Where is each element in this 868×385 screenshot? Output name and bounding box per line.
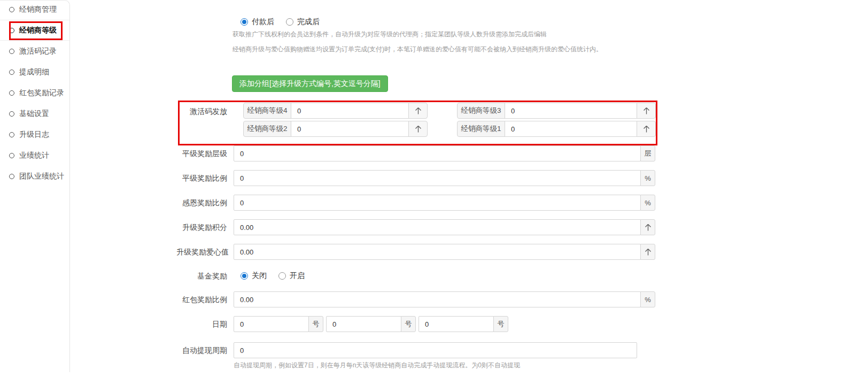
stepper-group-level1: 经销商等级1 [457,121,656,137]
radio-after-completion[interactable]: 完成后 [286,17,320,27]
help-text: 经销商升级与爱心值购物赠送均设置为订单完成(支付)时，本笔订单赠送的爱心值有可能… [232,45,602,54]
arrow-up-icon [415,125,422,133]
sidebar-item-label: 提成明细 [19,67,49,77]
peer-level-row: 平级奖励层级 层 [176,145,655,161]
field-label: 升级奖励积分 [176,219,234,235]
radio-unselected-icon [278,272,286,280]
upgrade-love-row: 升级奖励爱心值 [176,244,655,260]
help-text: 获取推广下线权利的会员达到条件，自动升级为对应等级的代理商；指定某团队等级人数升… [232,30,547,39]
withdraw-cycle-input[interactable] [234,342,637,358]
upgrade-points-row: 升级奖励积分 [176,219,655,235]
radio-circle-icon [9,7,14,12]
field-label: 感恩奖励比例 [176,195,234,211]
field-label: 日期 [176,316,234,332]
upgrade-points-input[interactable] [234,219,641,235]
radio-circle-icon [9,153,14,158]
redpacket-ratio-row: 红包奖励比例 % [176,291,655,307]
peer-level-input[interactable] [234,145,641,161]
percent-suffix: % [640,170,655,186]
sidebar-menu: 经销商管理 经销商等级 激活码记录 提成明细 红包奖励记录 基础设置 [0,0,69,187]
date-input-2[interactable] [326,316,401,332]
peer-ratio-input[interactable] [234,170,641,186]
field-label: 基金奖励 [176,269,234,283]
fund-reward-row: 基金奖励 关闭 开启 [176,269,316,283]
upgrade-love-input[interactable] [234,244,641,260]
day-suffix: 号 [493,316,508,332]
arrow-up-icon [643,125,650,133]
field-label: 升级奖励爱心值 [176,244,234,260]
radio-label: 付款后 [252,17,274,27]
sidebar-item-label: 经销商等级 [19,26,57,35]
sidebar-item-dealer-level[interactable]: 经销商等级 [0,20,69,41]
radio-fund-on[interactable]: 开启 [278,271,305,281]
withdraw-cycle-row: 自动提现周期 自动提现周期，例如设置7日，则在每月每n天该等级经销商自动完成手动… [176,342,637,370]
radio-circle-icon [9,111,14,117]
radio-label: 关闭 [252,271,267,281]
sidebar-item-commission-detail[interactable]: 提成明细 [0,61,69,82]
sidebar-item-basic-settings[interactable]: 基础设置 [0,103,69,124]
input-prepend-label: 经销商等级1 [457,121,505,137]
date-group-1: 号 [234,316,323,332]
step-up-button[interactable] [640,244,655,260]
day-suffix: 号 [308,316,323,332]
radio-circle-icon [9,174,14,179]
date-group-2: 号 [326,316,416,332]
arrow-up-icon [645,248,652,256]
field-label: 激活码发放 [176,103,234,120]
sidebar: 经销商管理 经销商等级 激活码记录 提成明细 红包奖励记录 基础设置 [0,0,70,372]
activation-line-2: 经销商等级2 经销商等级1 [234,121,656,137]
gratitude-ratio-input[interactable] [234,195,641,211]
redpacket-ratio-input[interactable] [234,291,641,307]
field-label: 平级奖励层级 [176,145,234,161]
radio-label: 开启 [290,271,305,281]
input-prepend-label: 经销商等级2 [243,121,291,137]
peer-ratio-row: 平级奖励比例 % [176,170,655,186]
sidebar-item-redpacket-records[interactable]: 红包奖励记录 [0,82,69,103]
radio-after-payment[interactable]: 付款后 [241,17,274,27]
day-suffix: 号 [401,316,416,332]
sidebar-item-performance-stats[interactable]: 业绩统计 [0,145,69,166]
date-input-1[interactable] [234,316,309,332]
arrow-up-icon [643,107,650,115]
sidebar-item-label: 激活码记录 [19,47,57,56]
radio-fund-off[interactable]: 关闭 [241,271,267,281]
field-label: 平级奖励比例 [176,170,234,186]
sidebar-item-team-performance-stats[interactable]: 团队业绩统计 [0,166,69,187]
step-up-button[interactable] [637,103,656,119]
page: 经销商管理 经销商等级 激活码记录 提成明细 红包奖励记录 基础设置 [0,0,868,385]
step-up-button[interactable] [408,121,428,137]
level3-count-input[interactable] [505,103,637,119]
date-input-3[interactable] [418,316,494,332]
sidebar-item-label: 经销商管理 [19,5,57,14]
sidebar-item-label: 基础设置 [19,109,49,119]
level1-count-input[interactable] [505,121,637,137]
radio-unselected-icon [286,18,293,26]
input-prepend-label: 经销商等级3 [457,103,505,119]
input-prepend-label: 经销商等级4 [243,103,291,119]
radio-circle-icon [9,70,14,75]
sidebar-item-label: 团队业绩统计 [19,172,64,181]
unit-suffix: 层 [640,145,655,161]
sidebar-item-activation-code-records[interactable]: 激活码记录 [0,41,69,61]
activation-line-1: 经销商等级4 经销商等级3 [234,103,656,119]
arrow-up-icon [645,224,652,232]
field-label: 红包奖励比例 [176,291,234,307]
stepper-group-level3: 经销商等级3 [457,103,656,119]
radio-circle-icon [9,90,14,96]
activation-codes-row: 激活码发放 经销商等级4 经销商等级3 [176,103,656,139]
step-up-button[interactable] [408,103,428,119]
radio-circle-icon [9,49,14,54]
percent-suffix: % [640,195,655,211]
level2-count-input[interactable] [291,121,409,137]
date-group-3: 号 [418,316,508,332]
sidebar-item-upgrade-log[interactable]: 升级日志 [0,124,69,145]
help-row-2: 经销商升级与爱心值购物赠送均设置为订单完成(支付)时，本笔订单赠送的爱心值有可能… [176,45,602,54]
step-up-button[interactable] [640,219,655,235]
add-group-button[interactable]: 添加分组[选择升级方式编号,英文逗号分隔] [232,75,388,92]
stepper-group-level4: 经销商等级4 [243,103,428,119]
arrow-up-icon [415,107,422,115]
step-up-button[interactable] [637,121,656,137]
percent-suffix: % [640,291,655,307]
level4-count-input[interactable] [291,103,409,119]
sidebar-item-dealer-manage[interactable]: 经销商管理 [0,0,69,20]
